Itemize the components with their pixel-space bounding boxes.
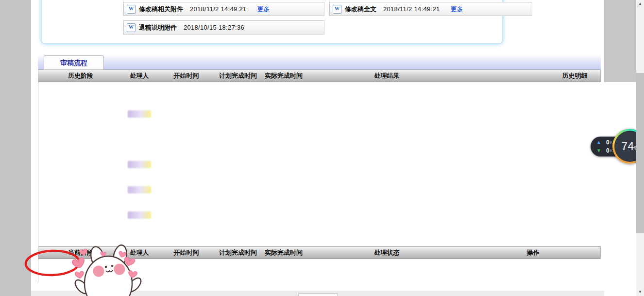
table-row: 终审*2018/11/52018/11/8安排刊期 请在收到本通知之日起30日内…	[38, 234, 600, 246]
download-speed-value: 0	[606, 147, 610, 154]
table-row: 专家审回*2018/9/132018/9/17退改 作者您好，专家提出了修改意见…	[38, 95, 600, 107]
word-doc-icon	[127, 5, 136, 14]
more-link[interactable]: 更多	[450, 5, 463, 14]
vertical-scrollbar[interactable]: ▲ ▼	[636, 0, 644, 296]
column-header: 计划完成时间	[217, 70, 259, 82]
column-header	[466, 70, 549, 82]
up-arrow-icon: ▲	[596, 139, 603, 145]
attachment-revised-fulltext: 修改稿全文 2018/11/2 14:49:21 更多	[329, 2, 532, 16]
column-header: 当前阶段	[38, 247, 123, 259]
table-row: 复审作者修改稿件2018/9/172018/9/272018/9/25详细	[38, 107, 600, 120]
column-header: 开始时间	[156, 70, 217, 82]
attachment-rejection-note: 退稿说明附件 2018/10/15 18:27:36	[123, 20, 324, 35]
table-header-row: 当前阶段处理人开始时间计划完成时间实际完成时间处理状态操作	[38, 246, 600, 259]
redacted-handler-name	[128, 186, 151, 193]
left-gray-margin	[0, 0, 31, 296]
tab-review-process[interactable]: 审稿流程	[44, 55, 104, 70]
column-header: 历史明细	[549, 70, 600, 82]
percent-value: 74	[621, 140, 634, 153]
attachment-time: 2018/10/15 18:27:36	[184, 24, 244, 31]
attachment-time: 2018/11/2 14:49:21	[383, 5, 440, 13]
scrollbar-thumb[interactable]	[636, 73, 644, 233]
column-header: 操作	[466, 247, 600, 259]
redacted-handler-name	[128, 161, 151, 168]
table-row: 专家审回*2018/9/252018/9/27送二审 作者返修稿，请您对稿件进行…	[38, 120, 600, 133]
attachment-label: 修改稿相关附件	[139, 5, 183, 14]
redacted-handler-name	[128, 211, 151, 219]
word-doc-icon	[127, 23, 136, 32]
upload-speed-value: 0	[606, 139, 610, 146]
more-link[interactable]: 更多	[257, 5, 270, 14]
table-row: 专家审回*2018/11/22018/11/5终审 经过稿件评审和相关信息核实，…	[38, 221, 600, 234]
column-header: 处理人	[123, 247, 156, 259]
attachment-label: 修改稿全文	[345, 5, 376, 14]
table-row: 外审*2018/9/272018/10/222018/10/11**	[38, 133, 600, 145]
scroll-down-arrow-icon[interactable]: ▼	[636, 288, 644, 296]
column-header: 计划完成时间	[217, 247, 259, 259]
footer-button-cropped[interactable]	[298, 293, 338, 296]
attachment-revised-files: 修改稿相关附件 2018/11/2 14:49:21 更多	[123, 2, 324, 16]
column-header: 处理结果	[308, 70, 466, 82]
table-row: 专家审回*2018/10/252018/11/2退改 请规范文中香港、澳门及台湾…	[38, 196, 600, 209]
manuscript-review-page: 修改稿相关附件 2018/11/2 14:49:21 更多 修改稿全文 2018…	[0, 0, 644, 296]
column-header: 历史阶段	[38, 70, 123, 82]
attachment-time: 2018/11/2 14:49:21	[190, 5, 246, 13]
attachment-label: 退稿说明附件	[139, 23, 177, 32]
column-header: 处理人	[123, 70, 156, 82]
table-row: 专家审回*2018/10/112018/10/15退改 作者您好，专家提出了修改…	[38, 145, 600, 158]
column-header: 实际完成时间	[259, 247, 308, 259]
down-arrow-icon: ▼	[596, 148, 603, 153]
tab-strip: 审稿流程	[38, 54, 601, 70]
scroll-up-arrow-icon[interactable]: ▲	[636, 0, 644, 8]
word-doc-icon	[333, 5, 341, 14]
column-header: 开始时间	[156, 247, 217, 259]
current-stage-table: 当前阶段处理人开始时间计划完成时间实际完成时间处理状态操作安排刊期*2018/1…	[38, 246, 601, 282]
redacted-handler-name	[128, 110, 151, 118]
table-row: 初审*2018/7/162018/7/262018/7/18送外审(一审) 请专…	[38, 82, 600, 95]
table-row: 专家审回*2018/10/232018/10/24退改 图3、图6、图7各图标之…	[38, 171, 600, 183]
table-row: 复审作者修改稿件2018/10/242018/11/32018/10/25详细	[38, 183, 600, 196]
column-header: 实际完成时间	[259, 70, 308, 82]
attachments-panel: 修改稿相关附件 2018/11/2 14:49:21 更多 修改稿全文 2018…	[41, 0, 503, 44]
column-header: 处理状态	[308, 247, 466, 259]
review-history-table: 历史阶段处理人开始时间计划完成时间实际完成时间处理结果历史明细初审*2018/7…	[38, 70, 601, 247]
table-row: 复审作者修改稿件2018/10/152018/10/252018/10/23详细	[38, 158, 600, 171]
table-header-row: 历史阶段处理人开始时间计划完成时间实际完成时间处理结果历史明细	[38, 70, 600, 82]
table-row: 安排刊期*2018/11/82018/11/18[待完成]	[38, 259, 600, 272]
table-row: 复审作者修改稿件2018/11/22018/11/122018/11/2详细	[38, 209, 600, 221]
